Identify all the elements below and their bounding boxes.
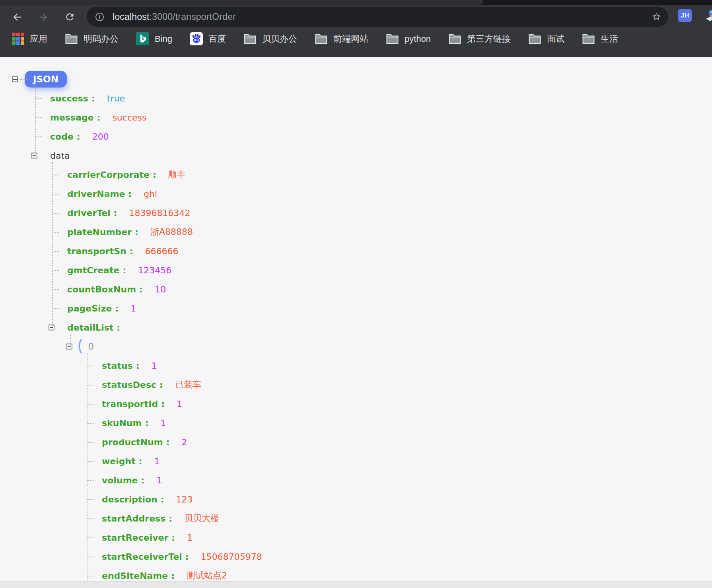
json-key: transportSn	[67, 246, 126, 256]
json-tree-row-driverTel: driverTel:18396816342	[0, 203, 712, 222]
url-path: :3000/transportOrder	[150, 12, 236, 22]
key-colon: :	[117, 323, 120, 333]
json-tree-row-driverName: driverName:ghl	[0, 184, 712, 203]
json-tree-row-statusDesc: statusDesc:已装车	[0, 375, 712, 394]
url-host: localhost	[113, 12, 150, 22]
json-value: 1	[187, 533, 193, 543]
bookmark-item-贝贝办公[interactable]: 贝贝办公	[243, 33, 297, 45]
horizontal-scrollbar[interactable]	[0, 581, 712, 588]
json-value: 1	[156, 475, 162, 485]
json-value: 123	[176, 495, 193, 504]
back-arrow-icon	[12, 12, 23, 23]
collapse-toggle-icon[interactable]	[66, 344, 72, 350]
json-tree-row-volume: volume:1	[0, 471, 712, 490]
json-tree-row-success: success:true	[0, 89, 712, 108]
folder-icon	[448, 33, 461, 45]
collapse-toggle-icon[interactable]	[12, 76, 18, 82]
bookmark-label: Bing	[155, 34, 172, 44]
json-key: statusDesc	[102, 380, 156, 390]
key-colon: :	[166, 437, 170, 447]
json-value: true	[107, 93, 125, 103]
tree-connector	[87, 404, 94, 405]
reload-button[interactable]	[63, 10, 76, 24]
key-colon: :	[123, 265, 126, 275]
json-value: 贝贝大楼	[184, 512, 219, 524]
svg-text:du: du	[194, 38, 199, 42]
tree-connector	[87, 537, 94, 538]
bookmark-item-面试[interactable]: 面试	[528, 33, 564, 45]
json-key: transportId	[102, 399, 158, 409]
bookmark-label: 第三方链接	[467, 33, 511, 45]
tree-indent-guide	[87, 353, 88, 581]
key-colon: :	[136, 361, 140, 371]
tree-connector	[87, 576, 94, 576]
tree-connector	[53, 175, 59, 175]
active-tab[interactable]	[0, 0, 483, 5]
forward-button[interactable]	[37, 10, 50, 24]
key-colon: :	[185, 552, 189, 562]
tree-connector	[87, 557, 94, 557]
json-key: endSiteName	[102, 571, 168, 581]
key-colon: :	[153, 170, 156, 180]
json-key: gmtCreate	[67, 265, 119, 275]
url-text[interactable]: localhost:3000/transportOrder	[113, 12, 236, 22]
json-root-badge[interactable]: JSON	[25, 71, 67, 88]
bookmark-label: 面试	[547, 33, 564, 45]
json-value: 已装车	[175, 379, 201, 391]
tree-connector	[87, 461, 94, 462]
bookmark-item-应用[interactable]: 应用	[12, 33, 47, 45]
key-colon: :	[130, 246, 133, 256]
collapse-toggle-icon[interactable]	[31, 153, 37, 159]
key-colon: :	[171, 533, 175, 543]
json-key: carrierCorporate	[67, 170, 150, 180]
json-key: startAddress	[102, 514, 165, 524]
array-index: 0	[88, 341, 94, 352]
json-tree-row-data: data	[0, 146, 712, 165]
json-value: 123456	[138, 265, 171, 275]
json-key: code	[50, 132, 74, 142]
tree-connector	[87, 518, 94, 519]
site-info-icon[interactable]	[95, 12, 105, 22]
address-bar[interactable]: localhost:3000/transportOrder	[87, 7, 668, 27]
tree-connector	[87, 423, 94, 424]
json-value: 顺丰	[168, 169, 186, 181]
bookmark-item-Bing[interactable]: Bing	[136, 32, 172, 45]
bookmark-item-python[interactable]: python	[386, 33, 431, 45]
bookmark-item-生活[interactable]: 生活	[582, 33, 618, 45]
bookmark-star-icon[interactable]	[651, 12, 662, 22]
json-tree-root-row: JSON	[0, 70, 712, 89]
tree-connector	[53, 289, 59, 290]
key-colon: :	[160, 380, 163, 390]
json-key: startReceiver	[102, 533, 168, 543]
key-colon: :	[77, 132, 80, 142]
bookmark-item-前端网站[interactable]: 前端网站	[315, 33, 368, 45]
json-tree-row-skuNum: skuNum:1	[0, 413, 712, 432]
bookmark-item-明码办公[interactable]: 明码办公	[65, 33, 119, 45]
bookmark-label: 生活	[601, 33, 618, 45]
json-tree-row-code: code:200	[0, 127, 712, 146]
bookmarks-bar: 应用明码办公Bingdu百度贝贝办公前端网站python第三方链接面试生活	[0, 29, 712, 57]
bookmark-item-第三方链接[interactable]: 第三方链接	[448, 33, 511, 45]
tree-indent-guide	[70, 334, 71, 347]
folder-icon	[315, 33, 328, 45]
json-value: 浙A88888	[150, 226, 193, 238]
json-value: ghl	[144, 189, 157, 199]
folder-icon	[243, 33, 257, 45]
key-colon: :	[135, 227, 138, 237]
forward-arrow-icon	[38, 12, 49, 23]
json-value: 18396816342	[129, 208, 191, 218]
bookmark-label: 百度	[208, 33, 226, 45]
json-key: success	[50, 93, 88, 103]
tree-indent-guide	[35, 86, 36, 156]
extension-icon-partial[interactable]	[704, 9, 712, 23]
json-key: driverName	[67, 189, 125, 199]
back-button[interactable]	[10, 10, 24, 24]
extension-jh-icon[interactable]: JH	[678, 9, 692, 22]
collapse-toggle-icon[interactable]	[49, 325, 54, 331]
json-value: 666666	[145, 246, 179, 256]
tree-connector	[35, 98, 42, 99]
bookmark-label: 贝贝办公	[262, 33, 297, 45]
json-tree-row-status: status:1	[0, 356, 712, 375]
tree-connector	[87, 442, 94, 443]
bookmark-item-百度[interactable]: du百度	[190, 32, 226, 45]
